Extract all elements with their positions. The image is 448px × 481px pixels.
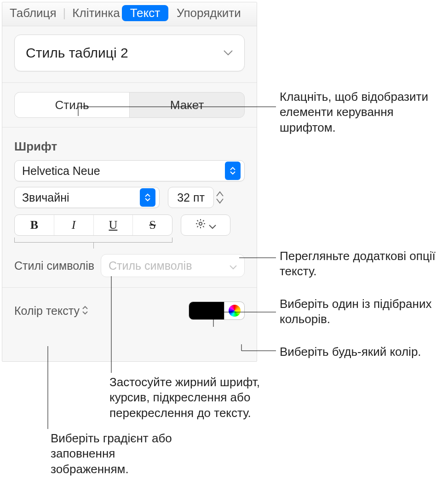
- leader-lines: [0, 0, 448, 481]
